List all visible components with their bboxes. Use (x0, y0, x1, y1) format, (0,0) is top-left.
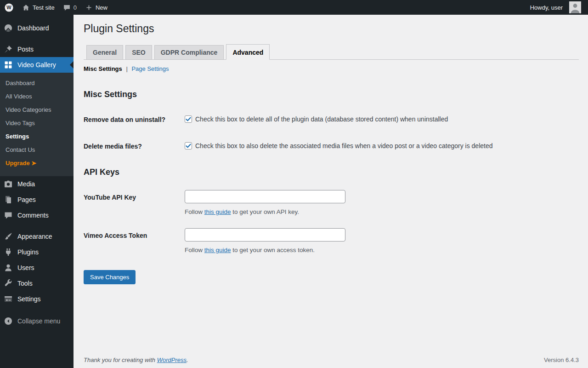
sidebar-item-settings[interactable]: Settings (0, 291, 74, 307)
new-menu[interactable]: New (81, 0, 112, 15)
sidebar-item-label: Pages (17, 196, 36, 203)
wordpress-logo-icon: W (4, 3, 14, 12)
misc-settings-heading: Misc Settings (84, 90, 579, 99)
subnav-page-settings-link[interactable]: Page Settings (131, 65, 169, 72)
sidebar-item-label: Appearance (17, 233, 52, 240)
desc-prefix: Follow (185, 247, 203, 253)
remove-data-field: Check this box to delete all of the plug… (185, 115, 448, 123)
remove-data-description: Check this box to delete all of the plug… (195, 115, 448, 123)
vimeo-access-token-input[interactable] (185, 228, 345, 242)
comment-count: 0 (74, 4, 77, 11)
youtube-guide-link[interactable]: this guide (204, 208, 231, 215)
subnav-misc-settings[interactable]: Misc Settings (84, 65, 122, 72)
tab-gdpr-compliance[interactable]: GDPR Compliance (154, 45, 224, 60)
site-menu[interactable]: Test site (18, 0, 59, 15)
sidebar-item-label: Posts (17, 46, 34, 53)
save-changes-button[interactable]: Save Changes (84, 270, 136, 284)
sub-navigation: Misc Settings | Page Settings (84, 65, 579, 72)
remove-data-checkbox[interactable] (185, 115, 192, 123)
footer-thanks-prefix: Thank you for creating with (84, 356, 155, 363)
submenu-item-contact-us[interactable]: Contact Us (0, 143, 74, 156)
comment-icon (63, 4, 71, 12)
site-name: Test site (33, 4, 55, 11)
submenu-item-video-tags[interactable]: Video Tags (0, 116, 74, 130)
sidebar-item-label: Plugins (17, 248, 39, 256)
checkmark-icon (185, 116, 192, 122)
menu-separator (0, 223, 74, 229)
delete-media-description: Check this box to also delete the associ… (195, 142, 493, 150)
sidebar-item-media[interactable]: Media (0, 176, 74, 192)
dashboard-icon (4, 23, 13, 33)
collapse-arrow-icon (4, 316, 13, 326)
wordpress-link[interactable]: WordPress (157, 356, 187, 363)
settings-tabs: General SEO GDPR Compliance Advanced (84, 44, 579, 60)
checkmark-icon (185, 143, 192, 149)
desc-prefix: Follow (185, 208, 203, 215)
tab-general[interactable]: General (86, 45, 123, 60)
submenu-item-dashboard[interactable]: Dashboard (0, 76, 74, 90)
sidebar-item-posts[interactable]: Posts (0, 41, 74, 57)
sidebar-item-dashboard[interactable]: Dashboard (0, 20, 74, 36)
collapse-menu-button[interactable]: Collapse menu (0, 313, 74, 329)
youtube-api-key-row: YouTube API Key Follow this guide to get… (84, 190, 579, 215)
delete-media-field: Check this box to also delete the associ… (185, 142, 493, 150)
admin-sidebar: Dashboard Posts Video Gallery Dashboard … (0, 15, 74, 368)
delete-media-checkbox[interactable] (185, 142, 192, 150)
current-menu-arrow-icon (70, 61, 74, 69)
sidebar-item-label: Media (17, 180, 35, 188)
desc-suffix: to get your own API key. (232, 208, 299, 215)
tab-seo[interactable]: SEO (125, 45, 152, 60)
vimeo-access-token-row: Vimeo Access Token Follow this guide to … (84, 228, 579, 253)
submenu-item-settings[interactable]: Settings (0, 130, 74, 143)
admin-bar-right: Howdy, user (526, 0, 588, 15)
media-icon (4, 179, 13, 189)
youtube-api-key-label: YouTube API Key (84, 190, 185, 215)
tab-advanced[interactable]: Advanced (226, 44, 270, 60)
sidebar-item-comments[interactable]: Comments (0, 207, 74, 223)
plug-icon (4, 247, 13, 257)
comments-menu[interactable]: 0 (59, 0, 81, 15)
remove-data-label: Remove data on uninstall? (84, 115, 185, 123)
avatar (569, 1, 581, 13)
sidebar-item-label: Tools (17, 280, 33, 287)
submenu-item-upgrade[interactable]: Upgrade ➤ (0, 156, 74, 170)
sidebar-item-appearance[interactable]: Appearance (0, 229, 74, 244)
vimeo-access-token-label: Vimeo Access Token (84, 228, 185, 253)
sidebar-item-tools[interactable]: Tools (0, 276, 74, 291)
comments-icon (4, 211, 13, 220)
vimeo-guide-link[interactable]: this guide (204, 247, 231, 253)
settings-page: Plugin Settings General SEO GDPR Complia… (74, 15, 588, 284)
sidebar-item-pages[interactable]: Pages (0, 192, 74, 207)
desc-suffix: to get your own access token. (232, 247, 315, 253)
submenu-item-all-videos[interactable]: All Videos (0, 90, 74, 103)
vimeo-access-token-field: Follow this guide to get your own access… (185, 228, 345, 253)
wrench-icon (4, 279, 13, 288)
sidebar-item-plugins[interactable]: Plugins (0, 244, 74, 260)
admin-bar: W Test site 0 New Howdy, user (0, 0, 588, 15)
home-icon (22, 4, 30, 12)
sidebar-item-users[interactable]: Users (0, 260, 74, 276)
youtube-api-key-input[interactable] (185, 190, 345, 203)
delete-media-row: Delete media files? Check this box to al… (84, 142, 579, 150)
subnav-separator: | (124, 65, 130, 72)
video-gallery-submenu: Dashboard All Videos Video Categories Vi… (0, 73, 74, 176)
settings-panel-icon (4, 294, 13, 304)
footer-thanks: Thank you for creating with WordPress. (84, 356, 188, 363)
pin-icon (4, 45, 13, 54)
svg-text:W: W (6, 5, 11, 10)
admin-content: Plugin Settings General SEO GDPR Complia… (74, 15, 588, 368)
menu-gap (0, 307, 74, 313)
account-menu[interactable]: Howdy, user (526, 0, 585, 15)
submenu-item-video-categories[interactable]: Video Categories (0, 103, 74, 116)
remove-data-row: Remove data on uninstall? Check this box… (84, 115, 579, 123)
sidebar-item-label: Video Gallery (17, 61, 56, 69)
appearance-brush-icon (4, 232, 13, 241)
delete-media-label: Delete media files? (84, 142, 185, 150)
howdy-text: Howdy, user (530, 4, 563, 11)
sidebar-item-video-gallery[interactable]: Video Gallery (0, 57, 74, 73)
sidebar-item-label: Settings (17, 295, 41, 303)
video-gallery-icon (4, 60, 13, 69)
sidebar-item-label: Users (17, 264, 34, 271)
collapse-menu-label: Collapse menu (17, 317, 60, 325)
wordpress-logo[interactable]: W (0, 0, 18, 15)
